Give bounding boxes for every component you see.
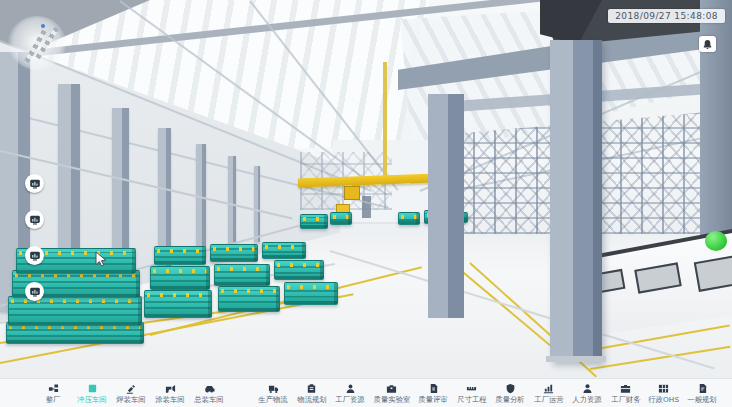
app-window: 2018/09/27 15:48:08 整厂冲压车间焊装车间涂装车间总装车间 生… bbox=[0, 0, 732, 407]
module-factory-operations-label: 工厂运营 bbox=[534, 395, 563, 403]
module-dimensional-engineering[interactable]: 尺寸工程 bbox=[455, 383, 489, 404]
tab-welding-shop-label: 焊装车间 bbox=[116, 395, 145, 403]
tab-welding-shop[interactable]: 焊装车间 bbox=[114, 383, 148, 404]
machine-block bbox=[218, 286, 280, 312]
resource-icon bbox=[345, 383, 356, 394]
shield-icon bbox=[505, 383, 516, 394]
chart-icon bbox=[543, 383, 554, 394]
module-admin-ohs[interactable]: 行政OHS bbox=[647, 383, 681, 404]
dashboard-icon bbox=[29, 286, 41, 298]
steel-column-foreground bbox=[550, 40, 602, 362]
bottom-toolbar: 整厂冲压车间焊装车间涂装车间总装车间 生产物流物流规划工厂资源质量实验室质量评审… bbox=[0, 378, 732, 407]
machine-block bbox=[144, 290, 212, 318]
machine-block bbox=[262, 242, 306, 259]
briefcase-icon bbox=[620, 383, 631, 394]
module-quality-analysis[interactable]: 质量分析 bbox=[493, 383, 527, 404]
tab-painting-shop-label: 涂装车间 bbox=[155, 395, 184, 403]
dashboard-icon bbox=[29, 214, 41, 226]
scene-3d-viewport[interactable] bbox=[0, 0, 732, 378]
truck-icon bbox=[268, 383, 279, 394]
module-human-resources[interactable]: 人力资源 bbox=[570, 383, 604, 404]
ruler-icon bbox=[466, 383, 477, 394]
module-factory-resources-label: 工厂资源 bbox=[336, 395, 365, 403]
machine-block bbox=[274, 260, 324, 280]
grid-icon bbox=[658, 383, 669, 394]
tab-whole-plant[interactable]: 整厂 bbox=[36, 383, 70, 404]
assembly-icon bbox=[204, 383, 215, 394]
dashboard-icon bbox=[29, 178, 41, 190]
tab-stamping-shop[interactable]: 冲压车间 bbox=[75, 383, 109, 404]
clipboard-icon bbox=[306, 383, 317, 394]
machine-block bbox=[214, 264, 270, 286]
bell-icon bbox=[702, 39, 713, 50]
module-groups: 生产物流物流规划工厂资源质量实验室质量评审尺寸工程质量分析工厂运营人力资源工厂财… bbox=[252, 383, 724, 404]
machine-block bbox=[154, 246, 206, 265]
module-quality-lab-label: 质量实验室 bbox=[373, 395, 410, 403]
stamping-icon bbox=[87, 383, 98, 394]
tab-assembly-shop-label: 总装车间 bbox=[194, 395, 223, 403]
tab-whole-plant-label: 整厂 bbox=[46, 395, 61, 403]
machine-block bbox=[300, 214, 328, 229]
machine-block bbox=[150, 266, 210, 290]
module-factory-resources[interactable]: 工厂资源 bbox=[333, 383, 367, 404]
module-factory-operations[interactable]: 工厂运营 bbox=[532, 383, 566, 404]
module-logistics-planning[interactable]: 物流规划 bbox=[295, 383, 329, 404]
dashboard-button-4[interactable] bbox=[25, 282, 44, 301]
machine-block bbox=[398, 212, 420, 225]
steel-column bbox=[196, 144, 206, 256]
module-quality-lab[interactable]: 质量实验室 bbox=[372, 383, 412, 404]
tab-assembly-shop[interactable]: 总装车间 bbox=[192, 383, 226, 404]
module-general-planning-label: 一般规划 bbox=[688, 395, 717, 403]
module-admin-ohs-label: 行政OHS bbox=[649, 395, 680, 403]
painting-icon bbox=[165, 383, 176, 394]
tab-stamping-shop-label: 冲压车间 bbox=[77, 395, 106, 403]
pole-tip-light bbox=[41, 24, 45, 28]
machine-block bbox=[8, 296, 142, 326]
dashboard-icon bbox=[29, 250, 41, 262]
module-factory-finance-label: 工厂财务 bbox=[611, 395, 640, 403]
dashboard-button-1[interactable] bbox=[25, 174, 44, 193]
module-production-logistics-label: 生产物流 bbox=[259, 395, 288, 403]
crane-mast bbox=[383, 62, 387, 178]
status-sphere-green bbox=[705, 231, 727, 251]
machine-block bbox=[284, 282, 338, 305]
dashboard-button-3[interactable] bbox=[25, 246, 44, 265]
toolbox-icon bbox=[386, 383, 397, 394]
tab-painting-shop[interactable]: 涂装车间 bbox=[153, 383, 187, 404]
module-general-planning[interactable]: 一般规划 bbox=[685, 383, 719, 404]
light-flare bbox=[8, 16, 66, 70]
module-quality-analysis-label: 质量分析 bbox=[495, 395, 524, 403]
workshop-group: 整厂冲压车间焊装车间涂装车间总装车间 bbox=[36, 383, 226, 404]
module-human-resources-label: 人力资源 bbox=[572, 395, 601, 403]
machine-block bbox=[210, 244, 258, 262]
column-base bbox=[546, 356, 606, 362]
module-dimensional-engineering-label: 尺寸工程 bbox=[457, 395, 486, 403]
machine-block bbox=[330, 212, 352, 225]
module-quality-review[interactable]: 质量评审 bbox=[416, 383, 450, 404]
module-quality-review-label: 质量评审 bbox=[419, 395, 448, 403]
crane-hoist bbox=[344, 186, 360, 200]
module-logistics-planning-label: 物流规划 bbox=[297, 395, 326, 403]
steel-column bbox=[254, 166, 260, 242]
dashboard-button-2[interactable] bbox=[25, 210, 44, 229]
plant-layout-icon bbox=[48, 383, 59, 394]
plan-icon bbox=[697, 383, 708, 394]
person-icon bbox=[582, 383, 593, 394]
steel-column bbox=[428, 94, 464, 318]
welding-icon bbox=[126, 383, 137, 394]
module-production-logistics[interactable]: 生产物流 bbox=[256, 383, 290, 404]
bell-icon[interactable] bbox=[699, 36, 716, 52]
timestamp: 2018/09/27 15:48:08 bbox=[608, 9, 725, 23]
document-icon bbox=[428, 383, 439, 394]
mouse-cursor bbox=[95, 251, 109, 267]
module-factory-finance[interactable]: 工厂财务 bbox=[609, 383, 643, 404]
